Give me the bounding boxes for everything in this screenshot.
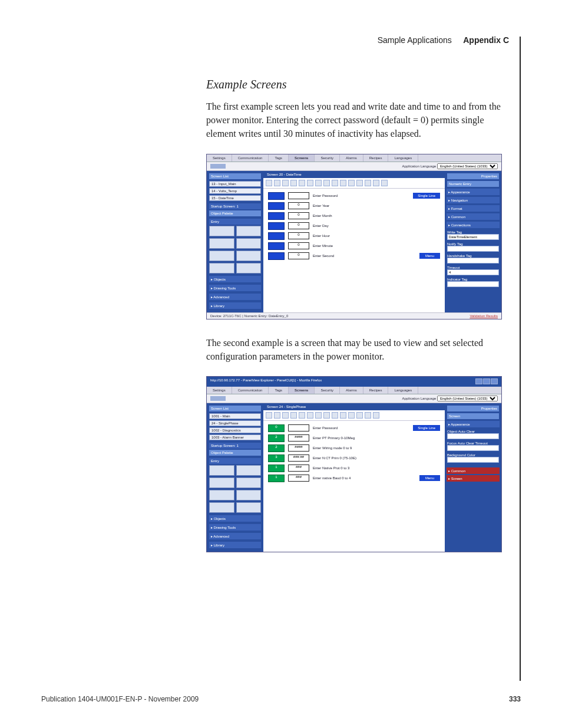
properties-tab[interactable]: Properties bbox=[447, 173, 499, 179]
tab-screens[interactable]: Screens bbox=[289, 154, 315, 162]
numeric-display[interactable]: 0 bbox=[288, 252, 309, 259]
palette-item[interactable] bbox=[209, 490, 234, 500]
entry-button[interactable]: 1 bbox=[268, 475, 285, 482]
palette-item[interactable] bbox=[209, 477, 234, 488]
entry-button[interactable] bbox=[268, 232, 285, 240]
entry-button[interactable] bbox=[268, 202, 285, 210]
numeric-display[interactable]: ### bbox=[288, 465, 309, 472]
palette-item[interactable] bbox=[209, 226, 234, 236]
menu-button[interactable]: Menu bbox=[419, 475, 440, 481]
palette-item[interactable] bbox=[209, 238, 234, 249]
toolbar-icon[interactable] bbox=[348, 412, 355, 419]
numeric-display[interactable] bbox=[288, 424, 309, 431]
palette-item[interactable] bbox=[236, 238, 262, 249]
entry-button[interactable] bbox=[268, 252, 285, 260]
properties-tab[interactable]: Properties bbox=[447, 406, 499, 411]
category-header[interactable]: ▸ Library bbox=[209, 542, 261, 548]
toolbar-icon[interactable] bbox=[373, 412, 379, 419]
numeric-display[interactable]: #### bbox=[288, 444, 309, 452]
entry-button[interactable] bbox=[268, 212, 285, 220]
menu-button[interactable]: Menu bbox=[419, 253, 440, 259]
maximize-icon[interactable] bbox=[483, 378, 490, 384]
toolbar-icon[interactable] bbox=[307, 180, 313, 186]
prop-input[interactable] bbox=[447, 281, 499, 287]
toolbar-icon[interactable] bbox=[340, 412, 346, 419]
toolbar-icon[interactable] bbox=[323, 412, 330, 419]
language-select[interactable]: English (United States) (1033) bbox=[437, 163, 498, 169]
toolbar-icon[interactable] bbox=[365, 180, 371, 186]
prop-input[interactable] bbox=[447, 258, 499, 263]
palette-item[interactable] bbox=[209, 465, 234, 476]
tab-security[interactable]: Security bbox=[315, 387, 340, 394]
minimize-icon[interactable] bbox=[475, 378, 482, 384]
tab-alarms[interactable]: Alarms bbox=[340, 154, 363, 162]
toolbar-icon[interactable] bbox=[332, 412, 338, 419]
numeric-display[interactable]: #### bbox=[288, 434, 309, 442]
toolbar-icon[interactable] bbox=[266, 180, 272, 186]
tab-recipes[interactable]: Recipes bbox=[363, 387, 389, 394]
numeric-display[interactable]: 0 bbox=[288, 212, 309, 219]
toolbar-icon[interactable] bbox=[307, 412, 313, 419]
prop-input[interactable] bbox=[447, 234, 499, 240]
toolbar-icon[interactable] bbox=[315, 180, 322, 186]
palette-item[interactable] bbox=[236, 465, 262, 476]
tab-communication[interactable]: Communication bbox=[232, 154, 269, 162]
toolbar-icon[interactable] bbox=[299, 412, 305, 419]
prop-category[interactable]: ▸ Format bbox=[447, 205, 500, 212]
toolbar-icon[interactable] bbox=[266, 412, 272, 419]
prop-category[interactable]: ▸ Appearance bbox=[447, 189, 500, 195]
toolbar-icon[interactable] bbox=[315, 412, 322, 419]
list-item[interactable]: 15 - DateTime bbox=[209, 195, 261, 201]
tab-screens[interactable]: Screens bbox=[289, 387, 315, 394]
toolbar-icon[interactable] bbox=[224, 396, 226, 401]
toolbar-icon[interactable] bbox=[299, 180, 305, 186]
numeric-display[interactable]: ###.## bbox=[288, 454, 309, 462]
tab-communication[interactable]: Communication bbox=[232, 387, 269, 394]
category-header[interactable]: ▸ Advanced bbox=[209, 294, 261, 300]
toolbar-icon[interactable] bbox=[290, 180, 297, 186]
prop-category[interactable]: ▸ Common bbox=[447, 213, 500, 220]
numeric-display[interactable]: 0 bbox=[288, 232, 309, 239]
category-header[interactable]: ▸ Drawing Tools bbox=[209, 524, 261, 531]
single-line-button[interactable]: Single Line bbox=[413, 425, 440, 431]
toolbar-icon[interactable] bbox=[224, 164, 226, 169]
tab-settings[interactable]: Settings bbox=[207, 387, 232, 394]
category-header[interactable]: ▸ Library bbox=[209, 302, 261, 309]
toolbar-icon[interactable] bbox=[373, 180, 379, 186]
entry-button[interactable]: 2 bbox=[268, 434, 285, 442]
palette-item[interactable] bbox=[236, 490, 262, 500]
close-icon[interactable] bbox=[491, 378, 498, 384]
prop-category[interactable]: ▸ Connections bbox=[447, 222, 500, 228]
palette-item[interactable] bbox=[209, 263, 234, 274]
single-line-button[interactable]: Single Line bbox=[413, 193, 440, 199]
list-item[interactable]: 1003 - Alarm Banner bbox=[209, 434, 261, 440]
palette-item[interactable] bbox=[236, 477, 262, 488]
prop-input[interactable] bbox=[447, 457, 499, 463]
validation-link[interactable]: Validation Results bbox=[470, 314, 498, 318]
tab-settings[interactable]: Settings bbox=[207, 154, 232, 162]
language-select[interactable]: English (United States) (1033) bbox=[437, 396, 498, 401]
toolbar-icon[interactable] bbox=[323, 180, 330, 186]
toolbar-icon[interactable] bbox=[340, 180, 346, 186]
toolbar-icon[interactable] bbox=[348, 180, 355, 186]
tab-security[interactable]: Security bbox=[315, 154, 340, 162]
list-item[interactable]: 1002 - Diagnostics bbox=[209, 427, 261, 433]
list-item[interactable]: 1001 - Main bbox=[209, 413, 261, 419]
palette-item[interactable] bbox=[236, 263, 262, 274]
toolbar-icon[interactable] bbox=[282, 412, 289, 419]
list-item[interactable]: 24 - SinglePhase bbox=[209, 420, 261, 426]
tab-tags[interactable]: Tags bbox=[269, 154, 289, 162]
palette-item[interactable] bbox=[236, 502, 262, 513]
entry-button[interactable] bbox=[268, 222, 285, 230]
tab-languages[interactable]: Languages bbox=[388, 154, 418, 162]
entry-button[interactable] bbox=[268, 192, 285, 200]
numeric-display[interactable]: 0 bbox=[288, 202, 309, 209]
category-header[interactable]: ▸ Drawing Tools bbox=[209, 285, 261, 291]
toolbar-icon[interactable] bbox=[356, 412, 363, 419]
numeric-display[interactable]: ### bbox=[288, 475, 309, 482]
toolbar-icon[interactable] bbox=[365, 412, 371, 419]
tab-tags[interactable]: Tags bbox=[269, 387, 289, 394]
palette-item[interactable] bbox=[209, 251, 234, 261]
palette-item[interactable] bbox=[209, 502, 234, 513]
tab-recipes[interactable]: Recipes bbox=[363, 154, 389, 162]
